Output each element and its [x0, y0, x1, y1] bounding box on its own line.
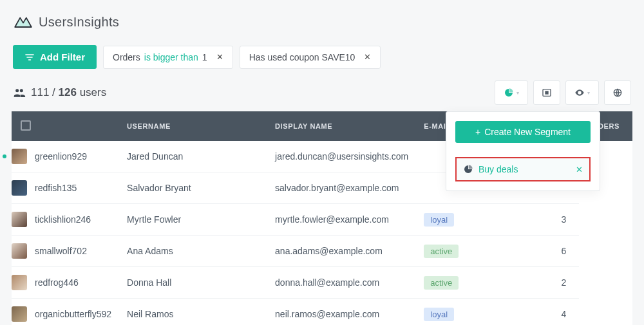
cell-orders: 4: [502, 299, 579, 326]
table-row[interactable]: smallwolf702 Ana Adams ana.adams@example…: [12, 236, 632, 267]
cell-email: jared.duncan@usersinsights.com: [267, 141, 416, 172]
visibility-button[interactable]: ▾: [565, 80, 599, 105]
svg-rect-1: [545, 91, 548, 94]
cell-group: active: [416, 236, 502, 267]
filter-chip-coupon[interactable]: Has used coupon SAVE10 ✕: [240, 46, 381, 69]
brand-logo: UsersInsights: [0, 0, 644, 39]
table-row[interactable]: ticklishlion246 Myrtle Fowler myrtle.fow…: [12, 204, 632, 236]
people-icon: [13, 86, 26, 99]
cell-email: ana.adams@example.com: [267, 236, 416, 267]
online-indicator-icon: [3, 154, 6, 158]
cell-display: Salvador Bryant: [119, 172, 267, 204]
close-icon[interactable]: ✕: [576, 165, 583, 174]
close-icon[interactable]: ✕: [216, 52, 223, 62]
add-filter-button[interactable]: Add Filter: [13, 45, 97, 69]
cell-orders: 6: [502, 236, 579, 267]
chip-prefix: Has used coupon SAVE10: [249, 52, 355, 62]
eye-icon: [574, 88, 585, 98]
chevron-down-icon: ▾: [516, 90, 519, 96]
cell-orders: 3: [502, 204, 579, 236]
header-username[interactable]: USERNAME: [119, 111, 267, 141]
pie-chart-icon: [504, 88, 514, 98]
chip-prefix: Orders: [113, 52, 140, 62]
filter-bar: Add Filter Orders is bigger than 1 ✕ Has…: [0, 39, 644, 80]
tag-loyal: loyal: [424, 308, 454, 321]
tag-active: active: [424, 276, 459, 290]
cell-group: active: [416, 267, 502, 299]
avatar: [12, 180, 27, 196]
count-unit: users: [77, 86, 106, 98]
export-button[interactable]: [604, 80, 631, 105]
segment-item-label: Buy deals: [478, 164, 518, 174]
avatar: [12, 275, 27, 290]
avatar: [12, 212, 27, 227]
svg-point-2: [579, 92, 581, 94]
filter-icon: [24, 52, 35, 62]
toolbar-buttons: ▾ ▾: [495, 80, 631, 105]
toolbar-row: 111 / 126 users ▾ ▾: [0, 80, 644, 111]
cell-group: loyal: [416, 204, 502, 236]
select-all-header[interactable]: [12, 111, 119, 141]
cell-display: Myrtle Fowler: [119, 204, 267, 236]
segments-dropdown: + Create New Segment Buy deals ✕: [446, 111, 600, 191]
cell-email: donna.hall@example.com: [267, 267, 416, 299]
users-table-wrap: + Create New Segment Buy deals ✕ USERNAM…: [0, 111, 644, 325]
cell-username: smallwolf702: [12, 236, 119, 267]
user-count: 111 / 126 users: [13, 86, 106, 99]
cell-username: redfish135: [12, 172, 119, 204]
avatar: [12, 243, 27, 259]
chevron-down-icon: ▾: [587, 90, 590, 96]
avatar: [12, 306, 27, 322]
segments-button[interactable]: ▾: [495, 80, 528, 105]
cell-username: organicbutterfly592: [12, 299, 119, 326]
pie-chart-icon: [463, 164, 473, 174]
cell-display: Neil Ramos: [119, 299, 267, 326]
cell-display: Donna Hall: [119, 267, 267, 299]
cell-email: salvador.bryant@example.com: [267, 172, 416, 204]
create-segment-button[interactable]: + Create New Segment: [455, 121, 591, 143]
cell-username: ticklishlion246: [12, 204, 119, 236]
plus-icon: +: [475, 127, 480, 137]
cell-display: Jared Duncan: [119, 141, 267, 172]
cell-username: redfrog446: [12, 267, 119, 299]
chip-operator: is bigger than: [144, 52, 198, 62]
cell-username: greenlion929: [12, 141, 119, 172]
globe-icon: [612, 88, 623, 98]
count-total: 126: [59, 86, 77, 98]
add-filter-label: Add Filter: [40, 51, 85, 62]
layout-icon: [542, 88, 552, 98]
avatar: [12, 149, 27, 164]
segment-item-buy-deals[interactable]: Buy deals ✕: [455, 157, 591, 181]
logo-icon: [13, 12, 33, 32]
cell-display: Ana Adams: [119, 236, 267, 267]
table-row[interactable]: organicbutterfly592 Neil Ramos neil.ramo…: [12, 299, 632, 326]
create-segment-label: Create New Segment: [484, 127, 571, 137]
tag-active: active: [424, 245, 459, 258]
count-filtered: 111: [31, 86, 49, 98]
chip-suffix: 1: [202, 52, 207, 62]
filter-chip-orders[interactable]: Orders is bigger than 1 ✕: [103, 46, 233, 69]
cell-orders: 2: [502, 267, 579, 299]
tag-loyal: loyal: [424, 213, 454, 227]
header-display-name[interactable]: DISPLAY NAME: [267, 111, 416, 141]
columns-button[interactable]: [533, 80, 560, 105]
close-icon[interactable]: ✕: [364, 52, 371, 62]
cell-email: myrtle.fowler@example.com: [267, 204, 416, 236]
logo-text: UsersInsights: [39, 15, 119, 30]
checkbox-icon: [21, 120, 31, 131]
table-row[interactable]: redfrog446 Donna Hall donna.hall@example…: [12, 267, 632, 299]
cell-group: loyal: [416, 299, 502, 326]
cell-email: neil.ramos@example.com: [267, 299, 416, 326]
count-sep: /: [49, 86, 58, 98]
